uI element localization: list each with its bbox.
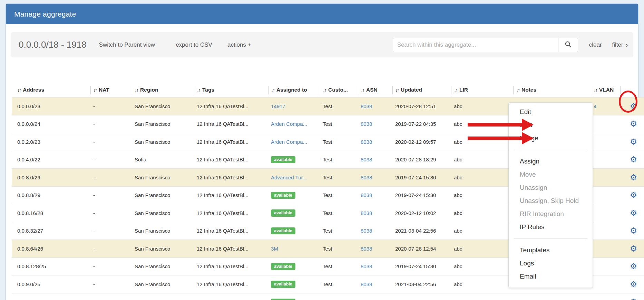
assigned-to-cell: available [268, 281, 320, 288]
tags-cell: 12 Infra,16 QATestBl... [194, 157, 268, 162]
asn-link[interactable]: 8038 [361, 121, 372, 127]
asn-link[interactable]: 8038 [361, 157, 372, 162]
column-header-address[interactable]: ↓↑Address [12, 83, 90, 97]
column-header-region[interactable]: ↓↑Region [132, 83, 194, 97]
address-cell: 0.0.0.0/24 [12, 121, 90, 127]
column-header-custo[interactable]: ↓↑Custo... [320, 83, 358, 97]
gear-icon[interactable]: ⚙ [630, 262, 637, 270]
menu-item-split[interactable]: Split [509, 119, 593, 132]
assigned-to-link[interactable]: 14917 [271, 103, 285, 109]
row-actions-cell: ⚙ [620, 227, 644, 235]
gear-icon[interactable]: ⚙ [630, 209, 637, 217]
column-header-label: Assigned to [276, 87, 307, 93]
sort-icon: ↓↑ [361, 87, 364, 93]
menu-separator [509, 234, 593, 244]
menu-item-logs[interactable]: Logs [509, 257, 593, 270]
updated-cell: 2021-03-04 22:56 [392, 281, 451, 287]
gear-icon[interactable]: ⚙ [630, 120, 637, 128]
asn-link[interactable]: 8038 [361, 192, 372, 198]
assigned-to-cell: available [268, 192, 320, 199]
asn-link[interactable]: 8038 [361, 246, 372, 252]
gear-icon[interactable]: ⚙ [630, 280, 637, 288]
assigned-to-cell: available [268, 156, 320, 163]
updated-cell: 2020-07-28 18:29 [392, 157, 451, 162]
customer-cell: Test [320, 175, 358, 180]
sort-icon: ↓↑ [454, 87, 457, 93]
lir-cell: abc [451, 263, 513, 269]
gear-icon[interactable]: ⚙ [630, 156, 637, 163]
nat-cell: - [90, 281, 132, 287]
column-header-label: NAT [99, 87, 109, 93]
column-header-nat[interactable]: ↓↑NAT [90, 83, 132, 97]
clear-search-link[interactable]: clear [589, 41, 602, 48]
gear-icon[interactable]: ⚙ [630, 191, 637, 199]
column-header-label: VLAN [599, 87, 614, 93]
gear-icon[interactable]: ⚙ [630, 298, 637, 300]
asn-link[interactable]: 8038 [361, 139, 372, 145]
asn-link[interactable]: 8038 [361, 263, 372, 269]
column-header-tags[interactable]: ↓↑Tags [194, 83, 268, 97]
search-group [393, 38, 578, 52]
row-actions-cell: ⚙ [620, 156, 644, 163]
export-csv-link[interactable]: export to CSV [176, 41, 212, 48]
menu-separator [509, 145, 593, 155]
column-header-label: Notes [521, 87, 536, 93]
gear-icon[interactable]: ⚙ [630, 102, 637, 110]
assigned-to-link[interactable]: Advanced Tur... [271, 175, 307, 180]
row-actions-cell: ⚙ [620, 209, 644, 217]
menu-item-merge[interactable]: Merge [509, 132, 593, 145]
gear-icon[interactable]: ⚙ [630, 138, 637, 146]
menu-item-templates[interactable]: Templates [509, 244, 593, 257]
actions-menu-button[interactable]: actions + [227, 41, 251, 48]
toolbar: 0.0.0.0/18 - 1918 Switch to Parent view … [11, 32, 633, 57]
gear-icon[interactable]: ⚙ [630, 227, 637, 235]
tags-cell: 12 Infra,16 QATestBl... [194, 210, 268, 216]
assigned-to-link[interactable]: 3M [271, 246, 278, 252]
tags-cell: 12 Infra,16 QATestBl... [194, 192, 268, 198]
tags-cell: 12 Infra,16 QATestBl... [194, 175, 268, 180]
column-header-updated[interactable]: ↓↑Updated [392, 83, 451, 97]
row-context-menu: EditSplitMergeAssignMoveUnassignUnassign… [508, 102, 593, 288]
updated-cell: 2020-02-12 10:02 [392, 210, 451, 216]
updated-cell: 2020-07-28 12:54 [392, 246, 451, 252]
column-header-notes[interactable]: ↓↑Notes [513, 83, 591, 97]
column-header-asn[interactable]: ↓↑ASN [358, 83, 392, 97]
column-header-vlan[interactable]: ↓↑VLAN [591, 83, 620, 97]
search-input[interactable] [393, 38, 558, 52]
tags-cell: 12 Infra,16 QATestBl... [194, 228, 268, 234]
column-header-label: Custo... [328, 87, 348, 93]
address-cell: 0.0.8.0/29 [12, 175, 90, 180]
gear-icon[interactable]: ⚙ [630, 174, 637, 181]
sort-icon: ↓↑ [594, 87, 597, 93]
filter-link[interactable]: filter › [612, 41, 628, 48]
assigned-to-link[interactable]: Arden Compa... [271, 121, 307, 127]
lir-cell: abc [451, 228, 513, 234]
asn-link[interactable]: 8038 [361, 210, 372, 216]
gear-icon[interactable]: ⚙ [630, 245, 637, 253]
asn-link[interactable]: 8038 [361, 281, 372, 287]
lir-cell: abc [451, 192, 513, 198]
column-header-label: Tags [202, 87, 214, 93]
status-badge-available: available [271, 156, 295, 163]
menu-item-ip-rules[interactable]: IP Rules [509, 221, 593, 234]
column-header-lir[interactable]: ↓↑LIR [451, 83, 513, 97]
asn-link[interactable]: 8038 [361, 228, 372, 234]
column-header-assigned-to[interactable]: ↓↑Assigned to [268, 83, 320, 97]
menu-item-assign[interactable]: Assign [509, 155, 593, 168]
vlan-link[interactable]: 4 [594, 103, 596, 109]
column-header-label: ASN [366, 87, 378, 93]
region-cell: San Franscisco [132, 228, 194, 234]
asn-link[interactable]: 8038 [361, 175, 372, 180]
menu-item-email[interactable]: Email [509, 270, 593, 283]
menu-item-edit[interactable]: Edit [509, 105, 593, 119]
updated-cell: 2019-07-24 15:30 [392, 192, 451, 198]
updated-cell: 2020-07-28 12:51 [392, 103, 451, 109]
switch-parent-view-link[interactable]: Switch to Parent view [99, 41, 155, 48]
region-cell: San Franscisco [132, 210, 194, 216]
search-button[interactable] [558, 38, 578, 52]
assigned-to-link[interactable]: Arden Compa... [271, 139, 307, 145]
address-cell: 0.0.8.8/29 [12, 192, 90, 198]
asn-link[interactable]: 8038 [361, 103, 372, 109]
tags-cell: 12 Infra,16 QATestBl... [194, 121, 268, 127]
customer-cell: Test [320, 157, 358, 162]
